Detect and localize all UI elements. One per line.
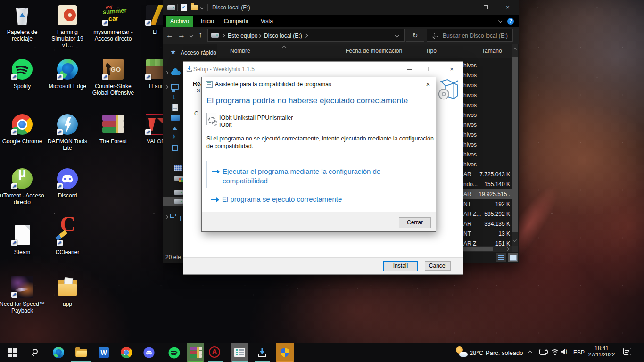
breadcrumb-disco-local[interactable]: Disco local (E:) <box>264 33 302 39</box>
qat-dropdown-icon[interactable] <box>200 6 204 9</box>
daemon-tools-icon <box>56 113 79 136</box>
taskbar-chrome-icon[interactable] <box>121 347 132 358</box>
taskbar-edge-icon[interactable] <box>53 347 64 358</box>
weather-description[interactable]: Parc. soleado <box>486 349 523 356</box>
taskbar-word-icon[interactable]: W <box>99 347 109 358</box>
taskbar-compatibility-assistant-button[interactable] <box>231 343 248 362</box>
videos-icon[interactable] <box>174 165 182 171</box>
breadcrumb-este-equipo[interactable]: Este equipo <box>228 33 257 39</box>
cancel-button[interactable]: Cancel <box>425 261 451 271</box>
desktop-icon-recycle-bin[interactable]: Papelera de reciclaje <box>0 4 46 42</box>
tray-expand-icon[interactable] <box>528 351 532 354</box>
3d-objects-icon[interactable] <box>172 145 178 151</box>
this-pc-icon[interactable] <box>171 84 179 90</box>
windows-drive-icon[interactable] <box>174 176 183 181</box>
taskbar-setup-icon[interactable] <box>256 347 268 358</box>
tray-display-icon[interactable] <box>539 349 547 355</box>
dialog-close-button[interactable]: × <box>422 79 434 90</box>
column-nombre[interactable]: Nombre <box>230 48 250 54</box>
desktop-icon-utorrent[interactable]: µ uTorrent - Acceso directo <box>0 167 46 206</box>
search-input[interactable]: Buscar en Disco local (E:) <box>427 29 513 42</box>
dialog-footer: Cerrar <box>202 212 436 231</box>
address-dropdown-icon[interactable] <box>395 33 399 37</box>
desktop-icon-csgo[interactable]: GO Counter-Strike Global Offensive <box>90 58 137 96</box>
spotify-icon <box>11 58 33 81</box>
quick-access-star-icon: ★ <box>170 49 177 56</box>
taskbar-explorer-icon[interactable] <box>75 347 87 359</box>
clock[interactable]: 18:41 27/11/2022 <box>585 343 619 362</box>
scrollbar-thumb[interactable] <box>512 57 518 232</box>
minimize-button[interactable] <box>454 0 475 15</box>
item-count: 20 ele <box>165 254 181 261</box>
desktop-icon-nfs-payback[interactable]: Need for Speed™ Payback <box>0 276 46 314</box>
details-view-button[interactable] <box>496 253 506 262</box>
help-icon[interactable]: ? <box>507 18 514 25</box>
taskbar-search-icon[interactable] <box>33 349 38 354</box>
weather-icon[interactable] <box>455 346 469 358</box>
notification-center-icon[interactable] <box>623 348 631 355</box>
sidebar-item-quick-access[interactable]: Acceso rápido <box>181 49 216 56</box>
taskbar-security-alert-button[interactable] <box>276 343 294 362</box>
volume-icon[interactable] <box>561 349 565 354</box>
pictures-icon[interactable] <box>172 124 179 130</box>
start-button[interactable] <box>0 343 23 362</box>
recent-locations-icon[interactable] <box>190 33 193 37</box>
install-button[interactable]: Install <box>383 261 418 272</box>
sort-icon <box>282 46 286 49</box>
explorer-titlebar[interactable]: Disco local (E:) × <box>163 0 519 15</box>
maximize-button[interactable] <box>475 0 497 15</box>
desktop-icon-spotify[interactable]: Spotify <box>0 58 46 90</box>
option-run-with-compatibility[interactable]: Ejecutar el programa mediante la configu… <box>206 161 430 188</box>
desktop-icon-edge[interactable]: Microsoft Edge <box>44 58 91 90</box>
language-indicator[interactable]: ESP <box>573 349 585 356</box>
documents-icon[interactable] <box>172 104 178 111</box>
cerrar-button[interactable]: Cerrar <box>399 217 431 228</box>
tab-inicio[interactable]: Inicio <box>197 16 218 27</box>
properties-icon[interactable] <box>181 4 187 11</box>
column-tamano[interactable]: Tamaño <box>482 48 502 54</box>
up-icon[interactable]: ↑ <box>198 31 202 39</box>
tab-archivo[interactable]: Archivo <box>166 16 193 27</box>
tab-vista[interactable]: Vista <box>256 16 278 27</box>
taskbar-discord-icon[interactable] <box>143 347 155 358</box>
desktop-icon-ccleaner[interactable]: C CCleaner <box>44 224 91 255</box>
taskbar-winrar-button[interactable] <box>187 343 204 362</box>
column-fecha[interactable]: Fecha de modificación <box>346 48 402 54</box>
close-button[interactable]: × <box>444 65 460 74</box>
onedrive-icon[interactable] <box>171 71 181 75</box>
ribbon-collapse-icon[interactable] <box>498 19 502 23</box>
weather-temperature[interactable]: 28°C <box>470 349 483 356</box>
desktop-icon-app-folder[interactable]: app <box>44 276 91 307</box>
wifi-icon[interactable] <box>551 349 559 356</box>
desktop-icon-label: app <box>44 301 91 307</box>
forward-icon[interactable]: → <box>178 31 185 40</box>
desktop-icon-the-forest[interactable]: The Forest <box>90 113 137 145</box>
music-icon[interactable]: ♪ <box>172 132 176 140</box>
new-folder-icon[interactable] <box>191 5 198 10</box>
desktop-icon-chrome[interactable]: Google Chrome <box>0 113 46 145</box>
taskbar-spotify-icon[interactable] <box>168 347 180 358</box>
column-tipo[interactable]: Tipo <box>426 48 437 54</box>
desktop-icon-mysummercar[interactable]: mysummercar mysummercar - Acceso directo <box>90 4 137 42</box>
taskbar-red-a-icon[interactable]: A <box>209 346 220 358</box>
file-type: AR <box>463 189 471 199</box>
downloads-icon[interactable]: ↓ <box>172 92 176 100</box>
minimize-button[interactable] <box>401 65 417 74</box>
close-button[interactable]: × <box>497 0 519 15</box>
network-icon[interactable] <box>170 214 176 218</box>
back-icon[interactable]: ← <box>166 31 173 40</box>
desktop-icon-daemon-tools[interactable]: DAEMON Tools Lite <box>44 113 91 151</box>
ribbon-tabs: Archivo Inicio Compartir Vista ? <box>163 15 519 27</box>
option-program-ran-correctly[interactable]: El programa se ejecutó correctamente <box>222 195 425 203</box>
address-bar[interactable]: Este equipo Disco local (E:) <box>207 29 405 42</box>
thumbnails-view-button[interactable] <box>508 253 518 262</box>
tab-compartir[interactable]: Compartir <box>221 16 252 27</box>
local-disk-e-icon[interactable] <box>174 199 183 204</box>
data-drive-icon[interactable] <box>174 190 183 195</box>
desktop-icon-discord[interactable]: Discord <box>44 167 91 199</box>
vertical-scrollbar[interactable] <box>512 44 518 246</box>
desktop-icon-steam[interactable]: Steam <box>0 224 46 255</box>
refresh-button[interactable]: ↻ <box>406 29 424 42</box>
desktop-folder-icon[interactable] <box>171 115 180 121</box>
desktop-icon-farming-simulator[interactable]: Farming Simulator 19 v1... <box>44 4 91 49</box>
